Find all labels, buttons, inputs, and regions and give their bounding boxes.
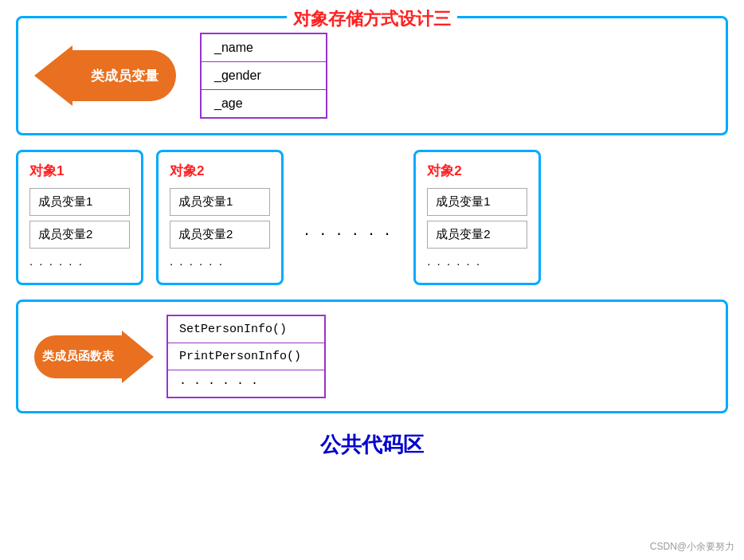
object-title-3: 对象2 (427, 162, 527, 180)
top-title: 对象存储方式设计三 (287, 7, 457, 31)
field-age: _age (202, 90, 326, 117)
field-gender: _gender (202, 62, 326, 90)
main-container: 对象存储方式设计三 类成员变量 _name _gender _age 对象1 成… (0, 0, 744, 560)
class-member-var-arrow: 类成员变量 (34, 45, 176, 106)
func-set: SetPersonInfo() (168, 316, 324, 343)
arrow-label: 类成员变量 (91, 67, 159, 85)
object-box-2: 对象2 成员变量1 成员变量2 · · · · · · (156, 150, 284, 285)
member-row-1-1: 成员变量1 (29, 188, 130, 216)
object-title-1: 对象1 (29, 162, 130, 180)
small-arrow-label: 类成员函数表 (42, 349, 114, 364)
function-table-arrow: 类成员函数表 (34, 331, 154, 383)
small-arrow-body: 类成员函数表 (34, 335, 122, 378)
member-row-2-1: 成员变量1 (170, 188, 270, 216)
small-arrow-tip (122, 331, 154, 383)
arrow-body: 类成员变量 (72, 50, 176, 101)
member-row-1-2: 成员变量2 (29, 221, 130, 249)
bottom-box: 类成员函数表 SetPersonInfo() PrintPersonInfo()… (16, 300, 728, 413)
member-row-3-1: 成员变量1 (427, 188, 527, 216)
object-title-2: 对象2 (170, 162, 270, 180)
member-row-2-2: 成员变量2 (170, 221, 270, 249)
functions-table: SetPersonInfo() PrintPersonInfo() · · · … (166, 315, 326, 398)
object-box-1: 对象1 成员变量1 成员变量2 · · · · · · (16, 150, 143, 285)
middle-section: 对象1 成员变量1 成员变量2 · · · · · · 对象2 成员变量1 成员… (16, 150, 728, 285)
middle-ellipsis: · · · · · · (296, 223, 401, 244)
arrow-tip (34, 45, 72, 106)
watermark: CSDN@小余要努力 (650, 540, 734, 554)
field-name: _name (202, 34, 326, 62)
member-row-3-2: 成员变量2 (427, 221, 527, 249)
object-box-3: 对象2 成员变量1 成员变量2 · · · · · · (413, 150, 541, 285)
dots-3: · · · · · · (427, 253, 527, 273)
func-print: PrintPersonInfo() (168, 343, 324, 370)
dots-2: · · · · · · (170, 253, 270, 273)
fields-table: _name _gender _age (200, 33, 327, 119)
top-box: 对象存储方式设计三 类成员变量 _name _gender _age (16, 16, 728, 135)
func-dots: · · · · · · (168, 370, 324, 397)
public-code-label: 公共代码区 (16, 431, 728, 459)
dots-1: · · · · · · (29, 253, 130, 273)
